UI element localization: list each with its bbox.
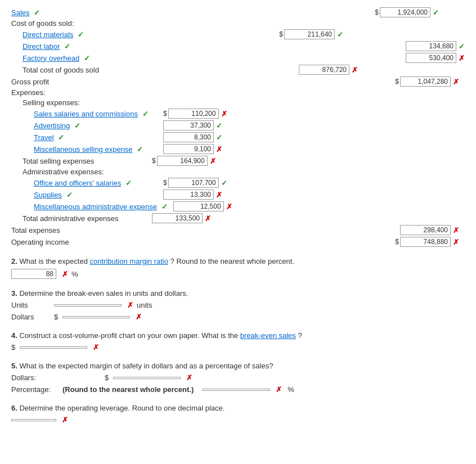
q2-input[interactable]: 88 [11,269,56,279]
misc-admin-check: ✓ [161,202,168,211]
misc-admin-cross: ✗ [226,202,232,211]
gross-profit-cross: ✗ [453,78,459,86]
q3-units-cross: ✗ [127,301,133,309]
advertising-input[interactable]: 37,300 [163,120,214,130]
sales-value-check: ✓ [433,8,439,17]
q2-text: What is the expected [19,257,87,265]
q6-text: Determine the operating leverage. Round … [19,404,224,412]
supplies-input[interactable]: 13,300 [163,190,214,200]
ts-dollar: $ [152,157,156,165]
q4-link[interactable]: break-even sales [240,331,296,340]
total-cogs-cross: ✗ [352,66,358,74]
q4-number: 4. [11,331,17,340]
sales-salaries-input[interactable]: 110,200 [168,109,219,119]
gp-dollar: $ [395,78,399,85]
expenses-header: Expenses: [11,88,46,97]
q5-pct-cross: ✗ [276,385,282,394]
q5-dollar-sign: $ [105,373,109,382]
selling-header: Selling expenses: [23,98,80,107]
q3-text: Determine the break-even sales in units … [19,289,188,298]
travel-value-check: ✓ [216,133,222,142]
total-admin-cross: ✗ [205,214,211,223]
misc-selling-cross: ✗ [216,145,222,154]
os-dollar: $ [163,179,167,187]
q2-cross: ✗ [62,270,68,278]
q4-input[interactable] [20,346,87,349]
factory-overhead-label[interactable]: Factory overhead [23,54,79,62]
q3-units-unit: units [137,301,152,309]
dm-value-check: ✓ [337,30,343,39]
q5-pct-unit: % [288,385,294,394]
travel-check: ✓ [58,133,64,142]
q3-units-input[interactable] [54,304,122,307]
ss-cross: ✗ [221,110,227,118]
misc-selling-input[interactable]: 9,100 [163,144,214,154]
q5-number: 5. [11,362,17,370]
total-expenses-input[interactable]: 298,400 [400,225,451,235]
q4-text2: ? [298,331,302,340]
office-salaries-label[interactable]: Office and officers' salaries [34,179,121,187]
total-admin-label: Total administrative expenses [23,214,119,223]
oi-dollar: $ [395,238,399,246]
supplies-label[interactable]: Supplies [34,191,62,199]
travel-input[interactable]: 8,300 [163,132,214,142]
sales-check: ✓ [34,8,40,17]
q5-dollars-cross: ✗ [186,373,192,382]
sales-dollar-sign: $ [375,8,379,16]
q5-pct-input[interactable] [203,389,270,391]
direct-labor-input[interactable]: 134,680 [406,41,456,51]
q3-dollars-input[interactable] [62,316,130,318]
total-cogs-input[interactable]: 876,720 [299,65,349,75]
q4-text: Construct a cost-volume-profit chart on … [19,331,238,340]
q2-link[interactable]: contribution margin ratio [90,257,168,265]
advertising-label[interactable]: Advertising [34,121,70,130]
factory-overhead-check: ✓ [84,54,90,62]
fo-value-cross: ✗ [459,54,465,62]
sales-salaries-check: ✓ [142,110,149,118]
q3-dollars-label: Dollars [11,313,51,321]
q3-dollars-cross: ✗ [136,313,142,321]
sales-label[interactable]: Sales [11,8,30,17]
total-selling-cross: ✗ [210,157,216,165]
supplies-check: ✓ [66,191,73,199]
q3-units-label: Units [11,301,51,309]
office-salaries-input[interactable]: 107,700 [168,178,219,188]
direct-labor-check: ✓ [64,42,70,51]
q6-cross: ✗ [62,416,68,424]
misc-admin-input[interactable]: 12,500 [173,201,224,211]
q5-pct-label: Percentage: [11,385,56,394]
total-selling-input[interactable]: 164,900 [157,156,208,166]
sales-input[interactable]: 1,924,000 [380,7,430,17]
q6-number: 6. [11,404,17,412]
q4-dollar-sign: $ [11,343,15,352]
advertising-value-check: ✓ [216,121,222,130]
q2-text2: ? Round to the nearest whole percent. [170,257,294,265]
direct-materials-input[interactable]: 211,640 [284,29,335,39]
factory-overhead-input[interactable]: 530,400 [406,53,456,63]
q6-input[interactable] [11,419,56,421]
q3-number: 3. [11,289,17,298]
total-cogs-label: Total cost of goods sold [23,66,99,74]
total-expenses-cross: ✗ [453,226,459,235]
misc-admin-label[interactable]: Miscellaneous administrative expense [34,202,157,211]
office-salaries-value-check: ✓ [221,179,227,187]
direct-materials-check: ✓ [78,30,84,39]
direct-materials-label[interactable]: Direct materials [23,30,73,39]
q5-dollars-label: Dollars: [11,373,56,382]
sales-salaries-label[interactable]: Sales salaries and commissions [34,110,138,118]
q5-text: What is the expected margin of safety in… [19,362,273,370]
dm-dollar: $ [279,30,283,38]
q5-dollars-input[interactable] [113,377,181,379]
direct-labor-label[interactable]: Direct labor [23,42,60,51]
operating-income-input[interactable]: 748,880 [400,237,451,247]
advertising-check: ✓ [74,121,80,130]
gross-profit-input[interactable]: 1,047,280 [400,76,451,87]
cogs-header: Cost of goods sold: [11,19,74,28]
total-admin-input[interactable]: 133,500 [152,213,203,223]
dl-value-check: ✓ [459,42,465,51]
misc-selling-label[interactable]: Miscellaneous selling expense [34,145,133,154]
travel-label[interactable]: Travel [34,133,54,142]
admin-header: Administrative expenses: [23,168,104,176]
office-salaries-check: ✓ [125,179,132,187]
supplies-cross: ✗ [216,191,222,199]
